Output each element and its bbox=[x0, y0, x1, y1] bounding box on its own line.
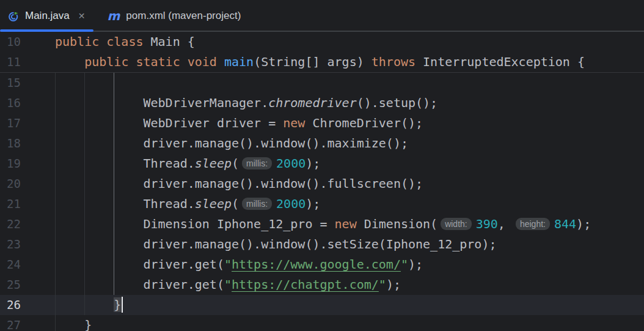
line-number[interactable]: 24 bbox=[0, 255, 55, 275]
code-line-10[interactable]: 10public class Main { bbox=[0, 32, 644, 52]
code-line-17[interactable]: 17 WebDriver driver = new ChromeDriver()… bbox=[0, 113, 644, 133]
code-text: Dimension Iphone_12_pro = new Dimension(… bbox=[55, 214, 591, 234]
line-number[interactable]: 11 bbox=[0, 52, 55, 72]
code-line-26[interactable]: 26 } bbox=[0, 295, 644, 315]
code-text: WebDriver driver = new ChromeDriver(); bbox=[55, 113, 423, 133]
tab-label: Main.java bbox=[25, 10, 70, 22]
text-caret bbox=[122, 297, 123, 313]
indent-guide-active-scope bbox=[114, 73, 114, 295]
matched-brace-highlight: } bbox=[114, 297, 121, 312]
line-number[interactable]: 20 bbox=[0, 174, 55, 194]
tab-label: pom.xml (maven-project) bbox=[126, 10, 241, 22]
code-text: public class Main { bbox=[55, 32, 195, 52]
code-text: driver.get("https://chatgpt.com/"); bbox=[55, 275, 401, 295]
code-line-19[interactable]: 19 Thread.sleep(millis:2000); bbox=[0, 154, 644, 174]
line-number[interactable]: 27 bbox=[0, 315, 55, 331]
code-line-22[interactable]: 22 Dimension Iphone_12_pro = new Dimensi… bbox=[0, 214, 644, 234]
close-tab-icon[interactable]: ✕ bbox=[78, 12, 86, 20]
parameter-hint-inlay: millis: bbox=[242, 157, 272, 169]
code-line-24[interactable]: 24 driver.get("https://www.google.com/")… bbox=[0, 255, 644, 275]
parameter-hint-inlay: millis: bbox=[242, 198, 272, 210]
indent-guide bbox=[84, 73, 85, 315]
line-number[interactable]: 21 bbox=[0, 194, 55, 214]
code-line-27[interactable]: 27 } bbox=[0, 315, 644, 331]
line-number[interactable]: 15 bbox=[0, 73, 55, 93]
code-text: driver.manage().window().fullscreen(); bbox=[55, 174, 423, 194]
parameter-hint-inlay: width: bbox=[441, 218, 472, 230]
code-text: } bbox=[55, 295, 121, 315]
tab-pom-xml[interactable]: m pom.xml (maven-project) bbox=[100, 0, 249, 32]
editor-viewport[interactable]: 1516 WebDriverManager.chromedriver().set… bbox=[0, 73, 644, 331]
java-runnable-class-icon bbox=[8, 10, 20, 22]
tab-main-java[interactable]: Main.java ✕ bbox=[0, 0, 93, 32]
code-line-18[interactable]: 18 driver.manage().window().maximize(); bbox=[0, 133, 644, 154]
line-number[interactable]: 25 bbox=[0, 275, 55, 295]
code-text: driver.get("https://www.google.com/"); bbox=[55, 255, 423, 275]
code-line-20[interactable]: 20 driver.manage().window().fullscreen()… bbox=[0, 174, 644, 194]
code-line-16[interactable]: 16 WebDriverManager.chromedriver().setup… bbox=[0, 93, 644, 113]
code-line-21[interactable]: 21 Thread.sleep(millis:2000); bbox=[0, 194, 644, 214]
code-text: driver.manage().window().maximize(); bbox=[55, 133, 408, 154]
line-number[interactable]: 19 bbox=[0, 154, 55, 174]
code-line-15[interactable]: 15 bbox=[0, 73, 644, 93]
code-line-25[interactable]: 25 driver.get("https://chatgpt.com/"); bbox=[0, 275, 644, 295]
parameter-hint-inlay: height: bbox=[516, 218, 550, 230]
line-number[interactable]: 26 bbox=[0, 295, 55, 315]
code-line-23[interactable]: 23 driver.manage().window().setSize(Ipho… bbox=[0, 234, 644, 255]
code-text: } bbox=[55, 315, 92, 331]
maven-icon: m bbox=[108, 10, 120, 22]
code-line-11[interactable]: 11 public static void main(String[] args… bbox=[0, 52, 644, 72]
line-number[interactable]: 16 bbox=[0, 93, 55, 113]
code-text: Thread.sleep(millis:2000); bbox=[55, 194, 320, 214]
line-number[interactable]: 23 bbox=[0, 234, 55, 255]
line-number[interactable]: 18 bbox=[0, 133, 55, 154]
code-text: WebDriverManager.chromedriver().setup(); bbox=[55, 93, 437, 113]
sticky-lines-panel: 10public class Main {11 public static vo… bbox=[0, 32, 644, 73]
line-number[interactable]: 22 bbox=[0, 214, 55, 234]
line-number[interactable]: 17 bbox=[0, 113, 55, 133]
code-text: driver.manage().window().setSize(Iphone_… bbox=[55, 234, 496, 255]
line-number[interactable]: 10 bbox=[0, 32, 55, 52]
editor-tab-bar: Main.java ✕ m pom.xml (maven-project) bbox=[0, 0, 644, 32]
code-text: Thread.sleep(millis:2000); bbox=[55, 154, 320, 174]
indent-guide bbox=[55, 73, 56, 331]
code-text: public static void main(String[] args) t… bbox=[55, 52, 585, 72]
